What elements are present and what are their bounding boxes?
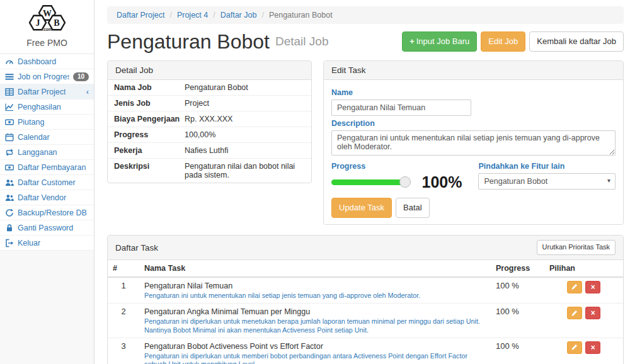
detail-label: Pekerja (114, 146, 185, 155)
job-count-badge: 10 (73, 72, 89, 81)
sidebar-item-label: Daftar Vendor (18, 193, 66, 202)
move-feature-label: Pindahkan ke Fitur lain (478, 162, 616, 171)
slider-handle[interactable] (399, 176, 411, 188)
progress-label: Progress (331, 162, 462, 171)
progress-slider[interactable] (331, 179, 406, 185)
chevron-left-icon: ‹ (86, 88, 89, 96)
delete-task-icon-button[interactable]: × (585, 281, 600, 293)
money-icon (5, 163, 14, 172)
page-title: Pengaturan Bobot (107, 31, 270, 52)
page-header: Pengaturan Bobot Detail Job +Input Job B… (107, 31, 624, 52)
task-num: 2 (108, 304, 139, 338)
breadcrumb-current: Pengaturan Bobot (269, 11, 333, 20)
jwb-logo-icon: W J B .com (18, 4, 76, 33)
detail-job-table: Nama Job Pengaturan Bobot Jenis Job Proj… (108, 80, 311, 183)
task-progress: 100 % (491, 338, 544, 364)
task-actions: × (544, 304, 623, 338)
detail-label: Jenis Job (114, 99, 185, 108)
sidebar-item-dashboard[interactable]: Dashboard (0, 54, 94, 69)
brand-name: Free PMO (0, 37, 94, 54)
detail-value: Pengaturan Bobot (185, 83, 305, 92)
urutkan-prioritas-task-button-top[interactable]: Urutkan Prioritas Task (537, 240, 616, 254)
update-task-button[interactable]: Update Task (331, 198, 392, 218)
money-icon (5, 118, 14, 127)
sidebar-item-label: Keluar (18, 239, 40, 247)
list-icon (5, 72, 14, 81)
detail-row-pekerja: Pekerja Nafies Luthfi (108, 143, 311, 159)
batal-button[interactable]: Batal (396, 198, 430, 218)
input-job-baru-button[interactable]: +Input Job Baru (402, 31, 477, 52)
sidebar-item-calendar[interactable]: Calendar (0, 130, 94, 145)
kembali-ke-daftar-job-button[interactable]: Kembali ke daftar Job (529, 31, 624, 52)
move-feature-select[interactable]: Pengaturan Bobot (478, 173, 616, 190)
svg-text:J: J (35, 18, 40, 28)
task-progress: 100 % (491, 277, 544, 304)
task-name-cell: Pengaturan Bobot Activeness Point vs Eff… (139, 338, 491, 364)
detail-row-progress: Progress 100,00% (108, 127, 311, 143)
svg-text:W: W (43, 9, 52, 18)
breadcrumb-separator: / (213, 11, 215, 20)
sidebar-item-label: Daftar Pembayaran (18, 163, 86, 172)
app-window: W J B .com Free PMO Dashboard Job on Pro… (0, 0, 630, 364)
sidebar-nav: Dashboard Job on Progress 10 Daftar Proj… (0, 54, 94, 251)
sidebar-item-ganti-password[interactable]: Ganti Password (0, 220, 94, 236)
sidebar-item-daftar-project[interactable]: Daftar Project ‹ (0, 84, 94, 100)
task-description: Pengaturan ini untuk menentukan nilai se… (144, 292, 486, 300)
task-name-cell: Pengaturan Angka Minimal Temuan per Ming… (139, 304, 491, 338)
daftar-task-title: Daftar Task (115, 243, 158, 253)
delete-task-icon-button[interactable]: × (585, 341, 600, 354)
task-description-textarea[interactable]: Pengaturan ini untuk menentukan nilai se… (331, 130, 616, 156)
column-header-pilihan: Pilihan (544, 260, 623, 277)
detail-label: Nama Job (114, 83, 185, 92)
sidebar-item-piutang[interactable]: Piutang (0, 115, 94, 130)
table-row: 1 Pengaturan Nilai Temuan Pengaturan ini… (108, 277, 623, 304)
breadcrumb-link-daftar-project[interactable]: Daftar Project (117, 11, 164, 20)
sidebar-item-label: Daftar Customer (18, 178, 76, 187)
sidebar-item-label: Penghasilan (18, 103, 61, 111)
sidebar-item-langganan[interactable]: Langganan (0, 145, 94, 160)
sidebar-item-daftar-customer[interactable]: Daftar Customer (0, 175, 94, 190)
detail-job-panel: Detail Job Nama Job Pengaturan Bobot Jen… (107, 60, 312, 183)
slider-line: 100% (331, 174, 462, 190)
edit-task-body: Name Description Pengaturan ini untuk me… (324, 80, 623, 224)
sign-out-icon (5, 239, 14, 247)
detail-value: Nafies Luthfi (185, 146, 305, 155)
sidebar-item-backup-restore-db[interactable]: Backup/Restore DB (0, 205, 94, 220)
task-num: 3 (108, 338, 139, 364)
edit-task-icon-button[interactable] (567, 341, 582, 354)
detail-job-heading: Detail Job (108, 61, 311, 80)
detail-row-nama-job: Nama Job Pengaturan Bobot (108, 80, 311, 96)
detail-label: Deskripsi (114, 162, 185, 179)
task-table-header-row: # Nama Task Progress Pilihan (108, 260, 623, 277)
form-buttons: Update Task Batal (331, 198, 616, 218)
sidebar-item-daftar-pembayaran[interactable]: Daftar Pembayaran (0, 160, 94, 175)
breadcrumb-link-daftar-job[interactable]: Daftar Job (220, 11, 257, 20)
retweet-icon (5, 148, 14, 157)
task-actions: × (544, 338, 623, 364)
task-num: 1 (108, 277, 139, 304)
users-icon (5, 178, 14, 187)
sidebar-item-job-on-progress[interactable]: Job on Progress 10 (0, 69, 94, 84)
page-subtitle: Detail Job (275, 35, 329, 48)
users-icon (5, 193, 14, 202)
move-column: Pindahkan ke Fitur lain Pengaturan Bobot… (478, 159, 616, 190)
svg-text:B: B (54, 18, 59, 28)
pencil-icon (571, 283, 578, 290)
dashboard-icon (5, 57, 14, 66)
description-label: Description (331, 119, 616, 128)
table-row: 3 Pengaturan Bobot Activeness Point vs E… (108, 338, 623, 364)
sidebar-item-keluar[interactable]: Keluar (0, 236, 94, 251)
edit-task-icon-button[interactable] (567, 307, 582, 319)
task-name-input[interactable] (331, 100, 471, 116)
breadcrumb-link-project-4[interactable]: Project 4 (177, 11, 208, 20)
task-description: Pengaturan ini diperlukan untuk memberi … (144, 352, 486, 364)
sidebar-item-label: Daftar Project (18, 88, 66, 96)
sidebar-item-label: Job on Progress (18, 72, 69, 81)
brand-logo[interactable]: W J B .com (0, 0, 94, 37)
edit-task-icon-button[interactable] (567, 281, 582, 293)
detail-row-biaya-pengerjaan: Biaya Pengerjaan Rp. XXX.XXX (108, 111, 311, 127)
delete-task-icon-button[interactable]: × (585, 307, 600, 319)
sidebar-item-daftar-vendor[interactable]: Daftar Vendor (0, 190, 94, 205)
edit-job-button[interactable]: Edit Job (481, 31, 525, 52)
sidebar-item-penghasilan[interactable]: Penghasilan (0, 100, 94, 115)
